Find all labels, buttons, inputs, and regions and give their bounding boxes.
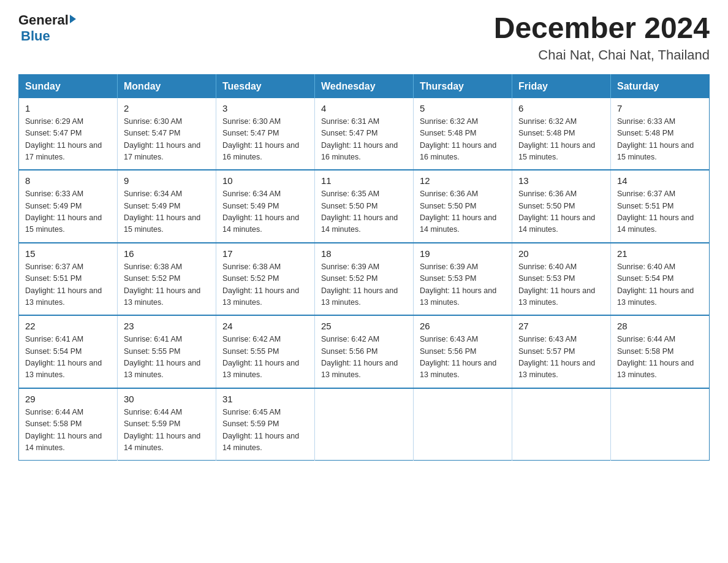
logo-general-text: General [18,12,69,28]
calendar-week-row-2: 8 Sunrise: 6:33 AM Sunset: 5:49 PM Dayli… [19,170,710,243]
day-number: 4 [321,103,407,113]
day-number: 21 [617,248,703,259]
calendar-cell: 13 Sunrise: 6:36 AM Sunset: 5:50 PM Dayl… [512,170,611,243]
calendar-cell [414,388,512,461]
calendar-cell: 23 Sunrise: 6:41 AM Sunset: 5:55 PM Dayl… [118,315,216,388]
calendar-cell: 11 Sunrise: 6:35 AM Sunset: 5:50 PM Dayl… [315,170,414,243]
logo-blue-text: Blue [21,28,50,44]
day-number: 26 [420,321,506,331]
col-tuesday: Tuesday [216,74,315,98]
calendar-week-row-5: 29 Sunrise: 6:44 AM Sunset: 5:58 PM Dayl… [19,388,710,461]
day-number: 28 [617,321,703,331]
calendar-cell: 27 Sunrise: 6:43 AM Sunset: 5:57 PM Dayl… [512,315,611,388]
day-info: Sunrise: 6:39 AM Sunset: 5:53 PM Dayligh… [420,261,506,309]
day-info: Sunrise: 6:34 AM Sunset: 5:49 PM Dayligh… [124,188,210,236]
day-info: Sunrise: 6:33 AM Sunset: 5:48 PM Dayligh… [617,116,703,164]
day-info: Sunrise: 6:40 AM Sunset: 5:53 PM Dayligh… [518,261,604,309]
day-info: Sunrise: 6:32 AM Sunset: 5:48 PM Dayligh… [518,116,604,164]
day-info: Sunrise: 6:36 AM Sunset: 5:50 PM Dayligh… [518,188,604,236]
calendar-cell: 15 Sunrise: 6:37 AM Sunset: 5:51 PM Dayl… [19,243,118,316]
calendar-cell: 10 Sunrise: 6:34 AM Sunset: 5:49 PM Dayl… [216,170,315,243]
day-info: Sunrise: 6:37 AM Sunset: 5:51 PM Dayligh… [25,261,111,309]
calendar-cell: 22 Sunrise: 6:41 AM Sunset: 5:54 PM Dayl… [19,315,118,388]
calendar-cell: 21 Sunrise: 6:40 AM Sunset: 5:54 PM Dayl… [611,243,710,316]
calendar-week-row-1: 1 Sunrise: 6:29 AM Sunset: 5:47 PM Dayli… [19,98,710,170]
calendar-cell: 14 Sunrise: 6:37 AM Sunset: 5:51 PM Dayl… [611,170,710,243]
day-number: 25 [321,321,407,331]
calendar-cell: 18 Sunrise: 6:39 AM Sunset: 5:52 PM Dayl… [315,243,414,316]
calendar-cell: 19 Sunrise: 6:39 AM Sunset: 5:53 PM Dayl… [414,243,512,316]
calendar-cell [315,388,414,461]
calendar-location: Chai Nat, Chai Nat, Thailand [494,47,710,63]
day-info: Sunrise: 6:44 AM Sunset: 5:58 PM Dayligh… [617,334,703,381]
day-info: Sunrise: 6:41 AM Sunset: 5:55 PM Dayligh… [124,334,210,381]
calendar-cell: 12 Sunrise: 6:36 AM Sunset: 5:50 PM Dayl… [414,170,512,243]
day-info: Sunrise: 6:29 AM Sunset: 5:47 PM Dayligh… [25,116,111,164]
day-info: Sunrise: 6:38 AM Sunset: 5:52 PM Dayligh… [124,261,210,309]
day-info: Sunrise: 6:42 AM Sunset: 5:56 PM Dayligh… [321,334,407,381]
calendar-cell: 6 Sunrise: 6:32 AM Sunset: 5:48 PM Dayli… [512,98,611,170]
calendar-cell: 1 Sunrise: 6:29 AM Sunset: 5:47 PM Dayli… [19,98,118,170]
day-number: 31 [222,394,308,404]
day-number: 14 [617,175,703,186]
calendar-table: Sunday Monday Tuesday Wednesday Thursday… [18,74,710,461]
day-info: Sunrise: 6:32 AM Sunset: 5:48 PM Dayligh… [420,116,506,164]
logo-arrow-icon [70,15,76,23]
day-number: 2 [124,103,210,113]
day-number: 30 [124,394,210,404]
day-number: 27 [518,321,604,331]
calendar-cell: 24 Sunrise: 6:42 AM Sunset: 5:55 PM Dayl… [216,315,315,388]
day-number: 13 [518,175,604,186]
col-monday: Monday [118,74,216,98]
day-info: Sunrise: 6:33 AM Sunset: 5:49 PM Dayligh… [25,188,111,236]
day-info: Sunrise: 6:41 AM Sunset: 5:54 PM Dayligh… [25,334,111,381]
day-number: 20 [518,248,604,259]
day-number: 7 [617,103,703,113]
day-info: Sunrise: 6:45 AM Sunset: 5:59 PM Dayligh… [222,407,308,454]
col-saturday: Saturday [611,74,710,98]
day-number: 29 [25,394,111,404]
day-info: Sunrise: 6:35 AM Sunset: 5:50 PM Dayligh… [321,188,407,236]
day-info: Sunrise: 6:34 AM Sunset: 5:49 PM Dayligh… [222,188,308,236]
day-info: Sunrise: 6:44 AM Sunset: 5:59 PM Dayligh… [124,407,210,454]
calendar-cell: 2 Sunrise: 6:30 AM Sunset: 5:47 PM Dayli… [118,98,216,170]
day-number: 10 [222,175,308,186]
day-number: 16 [124,248,210,259]
calendar-cell: 5 Sunrise: 6:32 AM Sunset: 5:48 PM Dayli… [414,98,512,170]
calendar-cell: 8 Sunrise: 6:33 AM Sunset: 5:49 PM Dayli… [19,170,118,243]
day-info: Sunrise: 6:30 AM Sunset: 5:47 PM Dayligh… [124,116,210,164]
day-number: 22 [25,321,111,331]
calendar-cell [611,388,710,461]
day-number: 17 [222,248,308,259]
calendar-cell: 25 Sunrise: 6:42 AM Sunset: 5:56 PM Dayl… [315,315,414,388]
calendar-header-row: Sunday Monday Tuesday Wednesday Thursday… [19,74,710,98]
day-info: Sunrise: 6:37 AM Sunset: 5:51 PM Dayligh… [617,188,703,236]
day-number: 12 [420,175,506,186]
calendar-cell: 26 Sunrise: 6:43 AM Sunset: 5:56 PM Dayl… [414,315,512,388]
col-thursday: Thursday [414,74,512,98]
calendar-cell: 3 Sunrise: 6:30 AM Sunset: 5:47 PM Dayli… [216,98,315,170]
day-number: 8 [25,175,111,186]
col-sunday: Sunday [19,74,118,98]
day-number: 19 [420,248,506,259]
page-header: General Blue December 2024 Chai Nat, Cha… [18,12,710,63]
day-info: Sunrise: 6:44 AM Sunset: 5:58 PM Dayligh… [25,407,111,454]
day-number: 11 [321,175,407,186]
day-number: 5 [420,103,506,113]
calendar-cell: 30 Sunrise: 6:44 AM Sunset: 5:59 PM Dayl… [118,388,216,461]
calendar-cell: 4 Sunrise: 6:31 AM Sunset: 5:47 PM Dayli… [315,98,414,170]
title-area: December 2024 Chai Nat, Chai Nat, Thaila… [494,12,710,63]
calendar-cell [512,388,611,461]
day-info: Sunrise: 6:36 AM Sunset: 5:50 PM Dayligh… [420,188,506,236]
calendar-title: December 2024 [494,12,710,45]
day-number: 18 [321,248,407,259]
day-number: 24 [222,321,308,331]
calendar-cell: 28 Sunrise: 6:44 AM Sunset: 5:58 PM Dayl… [611,315,710,388]
day-info: Sunrise: 6:38 AM Sunset: 5:52 PM Dayligh… [222,261,308,309]
day-info: Sunrise: 6:40 AM Sunset: 5:54 PM Dayligh… [617,261,703,309]
calendar-cell: 9 Sunrise: 6:34 AM Sunset: 5:49 PM Dayli… [118,170,216,243]
day-info: Sunrise: 6:39 AM Sunset: 5:52 PM Dayligh… [321,261,407,309]
day-number: 1 [25,103,111,113]
logo: General [18,12,76,28]
calendar-cell: 20 Sunrise: 6:40 AM Sunset: 5:53 PM Dayl… [512,243,611,316]
